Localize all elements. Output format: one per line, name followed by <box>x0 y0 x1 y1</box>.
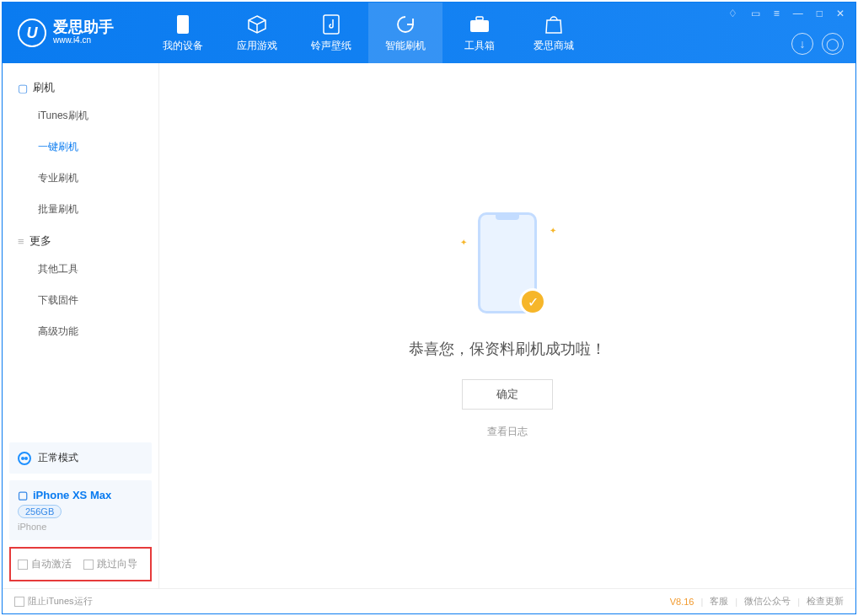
main-content: ✦ ✦ ✓ 恭喜您，保资料刷机成功啦！ 确定 查看日志 <box>159 63 855 588</box>
sidebar: ▢ 刷机 iTunes刷机 一键刷机 专业刷机 批量刷机 ≡ 更多 其他工具 下… <box>3 63 159 588</box>
body: ▢ 刷机 iTunes刷机 一键刷机 专业刷机 批量刷机 ≡ 更多 其他工具 下… <box>3 63 855 588</box>
checkbox-skip-guide[interactable]: 跳过向导 <box>83 557 137 571</box>
svg-rect-2 <box>470 20 489 32</box>
sidebar-group-label: 更多 <box>29 233 51 249</box>
tab-store[interactable]: 爱思商城 <box>517 3 591 63</box>
tab-label: 铃声壁纸 <box>311 39 351 53</box>
sidebar-group-flash: ▢ 刷机 <box>3 72 158 100</box>
mode-icon <box>18 452 31 465</box>
close-icon[interactable]: ✕ <box>834 6 847 21</box>
sidebar-item-other-tools[interactable]: 其他工具 <box>3 254 158 285</box>
footer: 阻止iTunes运行 V8.16 | 客服 | 微信公众号 | 检查更新 <box>3 588 855 613</box>
app-subtitle: www.i4.cn <box>53 35 114 46</box>
tab-label: 工具箱 <box>464 39 495 53</box>
tab-smart-flash[interactable]: 智能刷机 <box>368 3 442 63</box>
storage-badge: 256GB <box>18 505 62 518</box>
sidebar-item-pro-flash[interactable]: 专业刷机 <box>3 163 158 194</box>
sidebar-item-advanced[interactable]: 高级功能 <box>3 316 158 347</box>
tab-label: 智能刷机 <box>385 39 426 53</box>
sidebar-item-batch-flash[interactable]: 批量刷机 <box>3 194 158 225</box>
opt-label: 跳过向导 <box>97 558 137 570</box>
sidebar-item-oneclick-flash[interactable]: 一键刷机 <box>3 131 158 163</box>
app-title: 爱思助手 <box>53 19 114 35</box>
tab-label: 爱思商城 <box>534 39 574 53</box>
minimize-icon[interactable]: — <box>791 6 806 21</box>
cube-icon <box>247 13 267 35</box>
svg-rect-3 <box>476 17 483 20</box>
mode-label: 正常模式 <box>38 451 78 465</box>
device-type: iPhone <box>18 522 143 532</box>
tab-toolbox[interactable]: 工具箱 <box>442 3 517 63</box>
header-circle-buttons: ↓ ◯ <box>791 33 844 55</box>
device-name: ▢ iPhone XS Max <box>18 489 143 501</box>
highlighted-options: 自动激活 跳过向导 <box>9 547 152 581</box>
footer-link-wechat[interactable]: 微信公众号 <box>744 595 791 608</box>
checkbox-auto-activate[interactable]: 自动激活 <box>18 557 72 571</box>
menu-icon[interactable]: ≡ <box>771 6 782 21</box>
separator: | <box>735 597 737 607</box>
sidebar-group-label: 刷机 <box>33 80 55 95</box>
download-icon[interactable]: ↓ <box>791 33 813 55</box>
logo-icon: U <box>18 19 46 47</box>
tab-label: 我的设备 <box>163 39 203 53</box>
separator: | <box>797 597 800 607</box>
phone-notch <box>496 215 519 220</box>
footer-block-label: 阻止iTunes运行 <box>28 596 93 606</box>
mode-status[interactable]: 正常模式 <box>9 442 152 474</box>
opt-label: 自动激活 <box>31 558 72 570</box>
separator: | <box>700 597 703 607</box>
logo: U 爱思助手 www.i4.cn <box>3 19 129 47</box>
refresh-shield-icon <box>395 13 416 35</box>
tab-my-device[interactable]: 我的设备 <box>146 3 220 63</box>
footer-link-support[interactable]: 客服 <box>710 595 728 608</box>
device-info[interactable]: ▢ iPhone XS Max 256GB iPhone <box>9 480 152 540</box>
sparkle-icon: ✦ <box>550 226 556 235</box>
checkbox-block-itunes[interactable]: 阻止iTunes运行 <box>14 595 93 608</box>
footer-link-update[interactable]: 检查更新 <box>807 595 844 608</box>
sidebar-item-download-firmware[interactable]: 下载固件 <box>3 285 158 316</box>
device-icon <box>176 13 190 35</box>
phone-outline-icon: ▢ <box>18 82 28 94</box>
footer-right: V8.16 | 客服 | 微信公众号 | 检查更新 <box>670 595 844 608</box>
device-name-text: iPhone XS Max <box>33 489 111 501</box>
view-log-link[interactable]: 查看日志 <box>487 425 528 439</box>
version-label: V8.16 <box>670 597 694 607</box>
tab-apps-games[interactable]: 应用游戏 <box>220 3 294 63</box>
app-window: U 爱思助手 www.i4.cn 我的设备 应用游戏 铃声壁纸 智能刷机 <box>2 2 856 614</box>
footer-left: 阻止iTunes运行 <box>14 595 93 608</box>
tab-label: 应用游戏 <box>237 39 277 53</box>
sidebar-group-more: ≡ 更多 <box>3 225 158 254</box>
list-icon: ≡ <box>18 235 24 248</box>
maximize-icon[interactable]: □ <box>814 6 825 21</box>
window-controls: ♢ ▭ ≡ — □ ✕ <box>726 6 847 21</box>
svg-rect-0 <box>177 15 189 34</box>
toolbox-icon <box>469 13 491 35</box>
success-illustration: ✦ ✦ ✓ <box>465 212 550 322</box>
shirt-icon[interactable]: ♢ <box>726 6 740 21</box>
tab-ringtone-wallpaper[interactable]: 铃声壁纸 <box>294 3 368 63</box>
logo-text: 爱思助手 www.i4.cn <box>53 19 114 46</box>
box-icon[interactable]: ▭ <box>748 6 763 21</box>
header: U 爱思助手 www.i4.cn 我的设备 应用游戏 铃声壁纸 智能刷机 <box>3 3 855 63</box>
sidebar-item-itunes-flash[interactable]: iTunes刷机 <box>3 100 158 131</box>
ok-button[interactable]: 确定 <box>462 379 553 410</box>
top-tabs: 我的设备 应用游戏 铃声壁纸 智能刷机 工具箱 爱思商城 <box>146 3 591 63</box>
success-message: 恭喜您，保资料刷机成功啦！ <box>409 339 606 359</box>
user-icon[interactable]: ◯ <box>822 33 844 55</box>
bag-icon <box>544 13 563 35</box>
sparkle-icon: ✦ <box>460 238 467 247</box>
check-badge-icon: ✓ <box>519 288 546 315</box>
phone-icon: ▢ <box>18 489 28 501</box>
music-file-icon <box>323 13 340 35</box>
